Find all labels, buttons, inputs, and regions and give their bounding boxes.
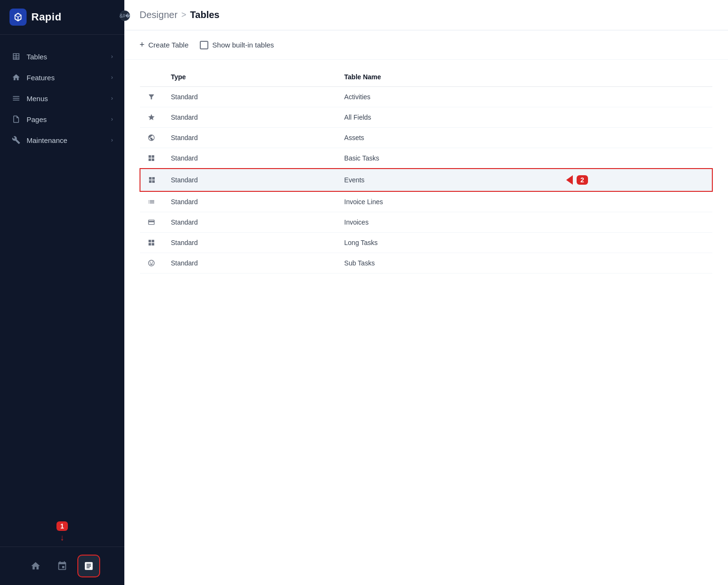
sidebar-item-maintenance[interactable]: Maintenance › [0,130,124,151]
row-name-cell: Activities [336,87,559,107]
row-name-cell: Basic Tasks [336,148,559,169]
col-extra-header [559,67,712,87]
row-type-cell-events: Standard [163,169,336,191]
subtasks-icon [148,259,156,267]
col-name-header: Table Name [336,67,559,87]
sidebar-item-pages[interactable]: Pages › [0,109,124,130]
grid-icon [148,154,156,162]
row-icon-cell [140,107,163,128]
table-row[interactable]: Standard Long Tasks [140,233,712,253]
col-type-header: Type [163,67,336,87]
row-type-cell: Standard [163,107,336,128]
row-extra-cell [559,107,712,128]
step1-indicator: 1 ↓ [56,521,68,543]
sidebar-item-label-maintenance: Maintenance [27,136,67,144]
grid-icon-long [148,239,156,246]
row-icon-cell [140,253,163,274]
table-row[interactable]: Standard All Fields [140,107,712,128]
sidebar-bottom-nav [0,547,124,585]
create-table-label: Create Table [149,41,189,49]
globe-icon [148,134,156,142]
features-chevron: › [111,74,113,81]
sidebar: Rapid &#� Tables › [0,0,124,585]
menus-icon [11,94,21,103]
tables-chevron: › [111,53,113,60]
row-extra-cell [559,212,712,233]
row-extra-cell [559,128,712,148]
table-row[interactable]: Standard Invoice Lines [140,191,712,212]
step2-arrow-left [566,175,573,185]
show-builtin-button[interactable]: Show built-in tables [200,39,274,51]
sidebar-item-label-tables: Tables [27,53,47,61]
lines-icon [148,198,156,206]
table-row[interactable]: Standard Assets [140,128,712,148]
row-extra-cell [559,233,712,253]
step1-arrow: ↓ [60,533,64,543]
checkbox-icon [200,41,208,49]
col-icon-header [140,67,163,87]
bottom-nav-home[interactable] [24,555,47,577]
row-icon-cell [140,212,163,233]
step1-badge: 1 [56,521,68,531]
breadcrumb-parent: Designer [140,9,177,20]
row-extra-cell [559,191,712,212]
grid-icon-events [148,176,156,184]
maintenance-chevron: › [111,137,113,143]
table-area: Type Table Name Standard Activities [124,60,728,585]
sidebar-header: Rapid &#� [0,0,124,35]
row-name-cell-events: Events [336,169,559,191]
row-name-cell: Sub Tasks [336,253,559,274]
row-step2-cell: 2 [559,169,712,191]
breadcrumb: Designer > Tables [140,9,713,20]
row-name-cell: Invoice Lines [336,191,559,212]
top-bar: Designer > Tables [124,0,728,30]
row-type-cell: Standard [163,233,336,253]
row-type-cell: Standard [163,212,336,233]
table-row[interactable]: Standard Sub Tasks [140,253,712,274]
bottom-nav-sitemap[interactable] [51,555,74,577]
row-icon-cell [140,148,163,169]
logo-text: Rapid [31,11,62,23]
menus-chevron: › [111,95,113,102]
table-row[interactable]: Standard Invoices [140,212,712,233]
sidebar-collapse-button[interactable]: &#� [120,10,130,21]
row-icon-cell [140,191,163,212]
tables-list: Type Table Name Standard Activities [140,67,713,274]
sidebar-item-menus[interactable]: Menus › [0,88,124,109]
row-extra-cell [559,148,712,169]
row-type-cell: Standard [163,191,336,212]
row-extra-cell [559,87,712,107]
tables-icon [11,52,21,61]
step2-badge: 2 [577,175,588,185]
maintenance-icon [11,135,21,145]
bottom-nav-designer[interactable] [77,555,100,577]
table-row[interactable]: Standard Activities [140,87,712,107]
row-icon-cell [140,233,163,253]
invoice-icon [148,218,156,226]
sidebar-item-features[interactable]: Features › [0,67,124,88]
sidebar-nav: Tables › Features › [0,35,124,521]
row-type-cell: Standard [163,253,336,274]
row-type-cell: Standard [163,128,336,148]
row-name-cell: Invoices [336,212,559,233]
table-row-events[interactable]: Standard Events 2 [140,169,712,191]
row-name-cell: Long Tasks [336,233,559,253]
table-header: Type Table Name [140,67,712,87]
row-name-cell: All Fields [336,107,559,128]
row-icon-cell-events [140,169,163,191]
sidebar-item-tables[interactable]: Tables › [0,46,124,67]
plus-icon: + [140,40,145,50]
row-icon-cell [140,128,163,148]
logo-icon [9,9,27,26]
filter-icon [148,93,156,101]
sidebar-item-label-menus: Menus [27,94,48,103]
sidebar-item-label-features: Features [27,74,55,82]
row-type-cell: Standard [163,148,336,169]
create-table-button[interactable]: + Create Table [140,38,188,52]
breadcrumb-separator: > [181,10,187,20]
table-row[interactable]: Standard Basic Tasks [140,148,712,169]
step2-badge-container: 2 [566,175,704,185]
events-label: Events [344,176,364,184]
show-builtin-label: Show built-in tables [212,41,274,49]
sidebar-item-label-pages: Pages [27,115,47,123]
